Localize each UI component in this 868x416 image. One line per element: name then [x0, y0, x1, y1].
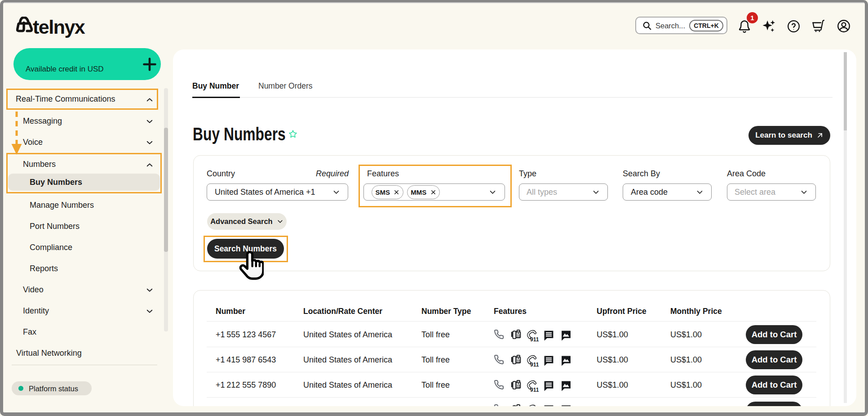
- svg-text:911: 911: [530, 336, 539, 343]
- svg-text:911: 911: [530, 362, 539, 368]
- svg-text:911: 911: [530, 387, 539, 393]
